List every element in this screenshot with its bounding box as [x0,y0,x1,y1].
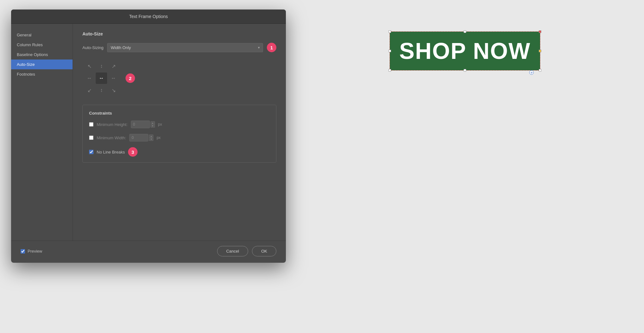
arrow-dr-icon [112,87,116,93]
min-width-input-wrapper: ▲ ▼ [129,134,153,141]
min-height-label: Minimum Height: [97,122,128,127]
anchor-cell-bl[interactable] [84,85,95,96]
section-title: Auto-Size [82,31,276,36]
anchor-cell-ml[interactable] [84,72,95,84]
arrow-ul-icon [87,63,92,69]
min-height-input[interactable] [131,121,150,128]
autosize-row: Auto-Sizing Off Height Only Width Only H… [82,43,276,52]
handle-bottom-center[interactable] [464,69,466,72]
footer-buttons: Cancel OK [217,246,276,256]
handle-mid-left[interactable] [389,50,391,52]
sidebar: General Column Rules Baseline Options Au… [11,24,73,241]
arrow-dl-icon [87,87,92,93]
min-width-down-arrow[interactable]: ▼ [149,138,153,141]
no-line-breaks-row: No Line Breaks 3 [89,147,270,157]
dialog-titlebar: Text Frame Options [11,9,286,24]
anchor-cell-tc[interactable] [96,60,107,72]
anchor-cell-br[interactable] [108,85,119,96]
text-frame-text: SHOP NOW [399,38,531,64]
dialog-body: General Column Rules Baseline Options Au… [11,24,286,241]
preview-checkbox[interactable] [21,249,25,254]
min-height-checkbox[interactable] [89,122,93,127]
constraints-title: Constraints [89,111,270,116]
overflow-indicator: o [529,70,534,75]
text-frame-wrapper: SHOP NOW o [390,32,540,70]
anchor-cell-tl[interactable] [84,60,95,72]
min-height-down-arrow[interactable]: ▼ [151,124,155,128]
min-height-up-arrow[interactable]: ▲ [151,121,155,124]
handle-top-center[interactable] [464,30,466,33]
autosize-select-wrapper: Off Height Only Width Only Height and Wi… [107,43,263,52]
min-width-row: Minimum Width: ▲ ▼ px [89,134,270,141]
min-width-up-arrow[interactable]: ▲ [149,135,153,138]
no-line-breaks-label: No Line Breaks [97,150,125,154]
handle-top-right[interactable] [539,30,541,33]
sidebar-item-auto-size[interactable]: Auto-Size [11,60,73,69]
min-height-input-wrapper: ▲ ▼ [131,121,155,128]
sidebar-item-general[interactable]: General [11,30,73,40]
min-height-unit: px [158,122,162,127]
autosize-select[interactable]: Off Height Only Width Only Height and Wi… [107,43,263,52]
arrow-down-icon [100,87,103,93]
sidebar-item-column-rules[interactable]: Column Rules [11,40,73,50]
preview-label: Preview [28,249,42,254]
min-width-label: Minimum Width: [97,135,126,140]
min-width-unit: px [157,135,161,140]
handle-bottom-left[interactable] [389,69,391,72]
sidebar-item-footnotes[interactable]: Footnotes [11,69,73,79]
arrow-center-icon [99,75,104,81]
anchor-grid-container: 2 [82,59,276,97]
min-width-input[interactable] [129,134,148,141]
handle-mid-right[interactable] [539,50,541,52]
anchor-cell-tr[interactable] [108,60,119,72]
min-height-spinner: ▲ ▼ [151,121,155,128]
autosize-label: Auto-Sizing [82,45,103,50]
badge-1: 1 [267,43,276,52]
preview-row: Preview [21,249,42,254]
anchor-cell-center[interactable] [96,72,107,84]
arrow-ur-icon [112,63,116,69]
badge-2: 2 [126,73,135,83]
anchor-cell-mr[interactable] [108,72,119,84]
arrow-v-icon [100,63,103,69]
min-width-spinner: ▲ ▼ [149,135,153,141]
canvas-area: SHOP NOW o [286,0,644,70]
dialog-footer: Preview Cancel OK [11,241,286,263]
min-width-checkbox[interactable] [89,135,93,140]
arrow-right-icon [111,75,116,81]
arrow-h-icon [87,75,92,81]
text-frame-options-dialog: Text Frame Options General Column Rules … [11,9,286,263]
constraints-box: Constraints Minimum Height: ▲ ▼ px [82,105,276,163]
main-content: Auto-Size Auto-Sizing Off Height Only Wi… [73,24,286,241]
anchor-grid [82,59,120,97]
sidebar-item-baseline-options[interactable]: Baseline Options [11,50,73,60]
handle-bottom-right[interactable] [539,69,541,72]
badge-3: 3 [128,147,138,157]
cancel-button[interactable]: Cancel [217,246,248,256]
handle-top-left[interactable] [389,30,391,33]
ok-button[interactable]: OK [252,246,276,256]
no-line-breaks-checkbox[interactable] [89,150,93,154]
min-height-row: Minimum Height: ▲ ▼ px [89,121,270,128]
text-frame[interactable]: SHOP NOW [390,32,540,70]
dialog-title: Text Frame Options [129,14,168,19]
anchor-cell-bc[interactable] [96,85,107,96]
